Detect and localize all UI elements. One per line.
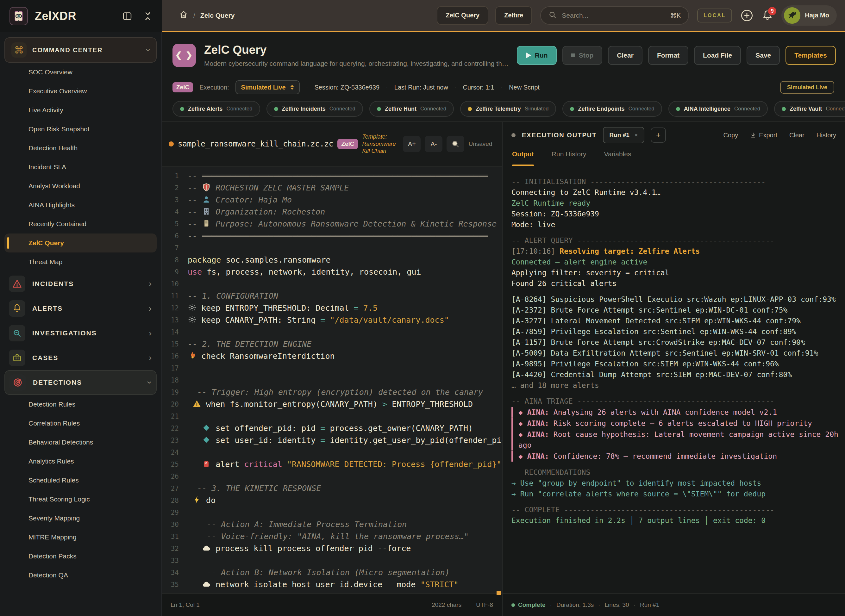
line-number: 23: [162, 437, 188, 444]
sidebar-item-detection-packs[interactable]: Detection Packs: [4, 547, 157, 566]
notifications-button[interactable]: 9: [762, 9, 773, 22]
sidebar-section-alerts[interactable]: ALERTS›: [4, 296, 157, 321]
home-icon[interactable]: [179, 10, 188, 21]
save-button[interactable]: Save: [747, 46, 780, 65]
font-increase-button[interactable]: A+: [403, 136, 421, 152]
sidebar-item-live-activity[interactable]: Live Activity: [4, 101, 157, 120]
line-number: 7: [162, 244, 188, 252]
sidebar-section-incidents[interactable]: INCIDENTS›: [4, 271, 157, 296]
topbar-tab-zelc-query[interactable]: ZelC Query: [437, 6, 489, 25]
code-line: 27 -- 3. THE KINETIC RESPONSE: [162, 483, 502, 494]
line-number: 10: [162, 280, 188, 288]
sidebar-section-detections[interactable]: DETECTIONS›: [4, 370, 157, 395]
output-actions: CopyExportClearHistory: [723, 132, 836, 139]
format-button[interactable]: Format: [648, 46, 688, 65]
run-button[interactable]: Run: [517, 46, 557, 65]
sidebar-item-mitre-mapping[interactable]: MITRE Mapping: [4, 528, 157, 547]
history-button[interactable]: History: [817, 132, 836, 139]
copy-button[interactable]: Copy: [723, 132, 738, 139]
font-decrease-button[interactable]: A-: [425, 136, 442, 152]
panel-toggle-icon[interactable]: [122, 11, 133, 21]
sidebar-item-detection-qa[interactable]: Detection QA: [4, 566, 157, 585]
editor-search-button[interactable]: [447, 136, 464, 152]
load-file-button[interactable]: Load File: [694, 46, 741, 65]
topbar-main: / Zelc Query ZelC QueryZelfire Search...…: [162, 0, 845, 32]
stop-button[interactable]: Stop: [562, 46, 603, 65]
export-button[interactable]: Export: [750, 132, 777, 139]
connection-chip-zelfire-incidents[interactable]: Zelfire IncidentsConnected: [267, 101, 363, 117]
code-line: 25 alert critical "RANSOMWARE DETECTED: …: [162, 458, 502, 471]
line-number: 2: [162, 184, 188, 192]
sidebar-item-open-risk-snapshot[interactable]: Open Risk Snapshot: [4, 120, 157, 139]
sidebar-item-correlation-rules[interactable]: Correlation Rules: [4, 414, 157, 433]
console-line: [A-8264] Suspicious PowerShell Executio …: [511, 294, 839, 305]
connection-chip-zelfire-vault[interactable]: Zelfire VaultConnected: [774, 101, 845, 117]
sidebar-section-cases[interactable]: CASES›: [4, 346, 157, 370]
run-tab[interactable]: Run #1 ×: [603, 127, 644, 143]
search-placeholder: Search...: [562, 12, 665, 19]
sidebar-item-scheduled-rules[interactable]: Scheduled Rules: [4, 471, 157, 490]
breadcrumb[interactable]: / Zelc Query: [179, 10, 235, 21]
sidebar-item-detection-health[interactable]: Detection Health: [4, 139, 157, 158]
clear-button[interactable]: Clear: [789, 132, 804, 139]
topbar-tab-zelfire[interactable]: Zelfire: [495, 6, 532, 25]
add-icon[interactable]: [740, 9, 754, 22]
sidebar-item-zelc-query[interactable]: ZelC Query: [4, 233, 157, 252]
console-aina-line: ◆ AINA: Analysing 26 alerts with AINA co…: [511, 407, 839, 418]
clear-button[interactable]: Clear: [608, 46, 643, 65]
resize-handle[interactable]: [497, 591, 501, 595]
code-line: 35 network isolate host user id.device -…: [162, 579, 502, 591]
close-icon[interactable]: ×: [635, 132, 638, 139]
line-number: 24: [162, 449, 188, 456]
output-tab-run-history[interactable]: Run History: [552, 148, 587, 169]
sidebar-item-behavioral-detections[interactable]: Behavioral Detections: [4, 433, 157, 452]
user-menu[interactable]: Haja Mo: [781, 5, 837, 26]
templates-button[interactable]: Templates: [785, 46, 836, 65]
code-line: 16 check RansomwareInterdiction: [162, 350, 502, 362]
code-line: 28 do: [162, 494, 502, 506]
sidebar-item-incident-sla[interactable]: Incident SLA: [4, 158, 157, 176]
code-line: 26: [162, 471, 502, 483]
code-editor[interactable]: 1-- ════════════════════════════════════…: [162, 167, 502, 593]
diamond-icon: [202, 436, 211, 445]
status-dot-icon: [676, 107, 680, 111]
sidebar-section-command-center[interactable]: ⌘ COMMAND CENTER ›: [4, 37, 157, 63]
collapse-sidebar-icon[interactable]: [143, 11, 152, 21]
sidebar-item-soc-overview[interactable]: SOC Overview: [4, 63, 157, 82]
new-script-button[interactable]: New Script: [509, 84, 540, 91]
connection-chip-zelfire-endpoints[interactable]: Zelfire EndpointsConnected: [562, 101, 662, 117]
connection-chip-zelfire-alerts[interactable]: Zelfire AlertsConnected: [173, 101, 260, 117]
sidebar-item-detection-rules[interactable]: Detection Rules: [4, 395, 157, 414]
execution-mode-select[interactable]: Simulated Live: [235, 81, 300, 94]
sidebar-item-threat-scoring-logic[interactable]: Threat Scoring Logic: [4, 490, 157, 509]
add-run-tab-button[interactable]: +: [651, 128, 666, 143]
sidebar-item-executive-overview[interactable]: Executive Overview: [4, 82, 157, 101]
code-line: 24: [162, 446, 502, 458]
connection-chip-zelfire-telemetry[interactable]: Zelfire TelemetrySimulated: [460, 101, 556, 117]
run-number: Run #1: [640, 601, 659, 609]
sidebar-section-investigations[interactable]: INVESTIGATIONS›: [4, 321, 157, 346]
sidebar-item-analytics-rules[interactable]: Analytics Rules: [4, 452, 157, 471]
sidebar-item-recently-contained[interactable]: Recently Contained: [4, 214, 157, 233]
search-input[interactable]: Search... ⌘K: [540, 6, 689, 25]
connection-chip-zelfire-hunt[interactable]: Zelfire HuntConnected: [369, 101, 454, 117]
code-line: 18: [162, 374, 502, 386]
output-tab-output[interactable]: Output: [512, 148, 534, 169]
line-number: 18: [162, 377, 188, 384]
editor-filename[interactable]: sample_ransomware_kill_chain.zc.zc: [178, 139, 333, 148]
editor-tabbar: sample_ransomware_kill_chain.zc.zc ZelC …: [162, 122, 502, 167]
diamond-icon: [202, 424, 211, 433]
output-tab-variables[interactable]: Variables: [604, 148, 631, 169]
chevron-right-icon: ›: [149, 304, 152, 313]
sidebar-item-threat-map[interactable]: Threat Map: [4, 252, 157, 271]
code-line: 9use fs, process, network, identity, ros…: [162, 266, 502, 278]
sidebar-item-analyst-workload[interactable]: Analyst Workload: [4, 176, 157, 195]
sidebar-item-severity-mapping[interactable]: Severity Mapping: [4, 509, 157, 528]
connection-chip-aina-intelligence[interactable]: AINA IntelligenceConnected: [668, 101, 768, 117]
zelc-query-icon: ❮ ❯: [173, 44, 196, 67]
simulated-live-badge: Simulated Live: [780, 81, 834, 94]
main-content: ❮ ❯ ZelC Query Modern cybersecurity comm…: [162, 32, 845, 616]
magnifier-icon: [9, 325, 25, 342]
console-blank-line: [511, 462, 839, 467]
sidebar-item-aina-highlights[interactable]: AINA Highlights: [4, 195, 157, 214]
